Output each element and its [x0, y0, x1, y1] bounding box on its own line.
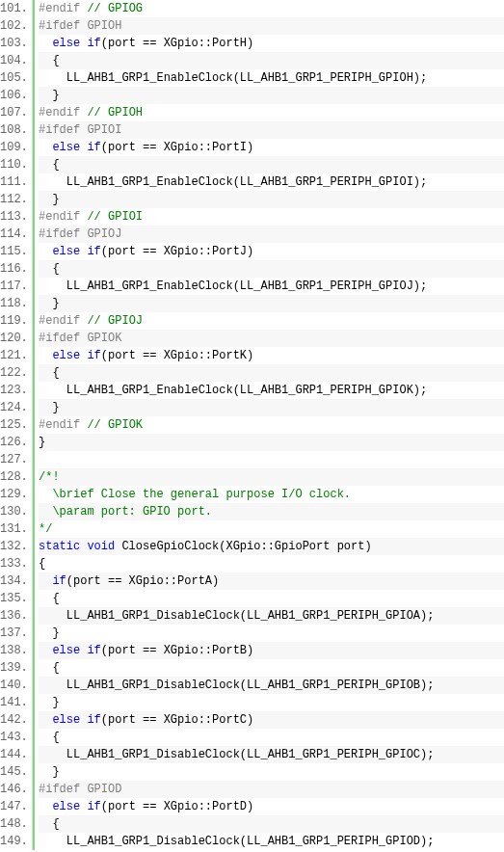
indent [39, 399, 52, 416]
code-line[interactable]: if(port == XGpio::PortA) [39, 572, 504, 590]
code-line[interactable]: else if(port == XGpio::PortJ) [39, 243, 504, 260]
code-token: else if [52, 139, 100, 156]
code-token: else if [52, 711, 100, 729]
code-token [80, 312, 87, 330]
line-number: 105. [0, 69, 26, 87]
code-token: LL_AHB1_GRP1_EnableClock(LL_AHB1_GRP1_PE… [66, 278, 427, 295]
line-number: 120. [0, 330, 26, 347]
code-token: (port == XGpio::PortJ) [101, 243, 253, 260]
code-line[interactable]: { [39, 590, 504, 607]
code-token: GPIOH [80, 17, 121, 35]
code-line[interactable]: { [39, 555, 504, 572]
line-number: 118. [0, 295, 26, 312]
code-line[interactable]: #ifdef GPIOH [39, 17, 504, 35]
code-line[interactable]: LL_AHB1_GRP1_EnableClock(LL_AHB1_GRP1_PE… [39, 382, 504, 399]
code-line[interactable]: else if(port == XGpio::PortH) [39, 35, 504, 52]
code-token: else if [52, 347, 100, 364]
code-token: #ifdef [39, 121, 80, 139]
code-line[interactable]: else if(port == XGpio::PortD) [39, 798, 504, 815]
line-number: 115. [0, 243, 26, 260]
indent [39, 694, 52, 711]
code-line[interactable]: LL_AHB1_GRP1_EnableClock(LL_AHB1_GRP1_PE… [39, 69, 504, 87]
code-line[interactable] [39, 451, 504, 468]
code-token: #ifdef [39, 226, 80, 243]
code-token: else if [52, 35, 100, 52]
line-number: 119. [0, 312, 26, 330]
line-number: 146. [0, 781, 26, 798]
line-number: 138. [0, 642, 26, 659]
line-number: 128. [0, 468, 26, 486]
line-number: 117. [0, 278, 26, 295]
code-line[interactable]: #ifdef GPIOD [39, 781, 504, 798]
code-token: else if [52, 798, 100, 815]
code-line[interactable]: */ [39, 520, 504, 538]
line-number: 125. [0, 416, 26, 434]
code-line[interactable]: #ifdef GPIOJ [39, 226, 504, 243]
code-token: // GPIOJ [87, 312, 143, 330]
code-line[interactable]: else if(port == XGpio::PortK) [39, 347, 504, 364]
code-line[interactable]: { [39, 156, 504, 173]
code-line[interactable]: { [39, 364, 504, 382]
indent [39, 763, 52, 781]
code-line[interactable]: } [39, 763, 504, 781]
indent [39, 677, 66, 694]
code-line[interactable]: LL_AHB1_GRP1_EnableClock(LL_AHB1_GRP1_PE… [39, 173, 504, 191]
line-number: 122. [0, 364, 26, 382]
code-line[interactable]: } [39, 694, 504, 711]
indent [39, 798, 52, 815]
code-line[interactable]: { [39, 729, 504, 746]
code-token: } [52, 763, 59, 781]
code-line[interactable]: \brief Close the general purpose I/O clo… [39, 486, 504, 503]
line-number: 109. [0, 139, 26, 156]
code-line[interactable]: { [39, 659, 504, 677]
code-line[interactable]: } [39, 399, 504, 416]
code-line[interactable]: #endif // GPIOK [39, 416, 504, 434]
code-token: LL_AHB1_GRP1_DisableClock(LL_AHB1_GRP1_P… [66, 607, 435, 625]
code-line[interactable]: } [39, 625, 504, 642]
code-line[interactable]: LL_AHB1_GRP1_EnableClock(LL_AHB1_GRP1_PE… [39, 278, 504, 295]
code-token: /*! [39, 468, 60, 486]
indent [39, 364, 52, 382]
code-line[interactable]: static void CloseGpioClock(XGpio::GpioPo… [39, 538, 504, 555]
code-token: // GPIOI [87, 208, 143, 226]
code-line[interactable]: else if(port == XGpio::PortI) [39, 139, 504, 156]
line-number: 137. [0, 625, 26, 642]
line-number: 116. [0, 260, 26, 278]
code-line[interactable]: LL_AHB1_GRP1_DisableClock(LL_AHB1_GRP1_P… [39, 833, 504, 850]
code-area[interactable]: #endif // GPIOG#ifdef GPIOH else if(port… [35, 0, 504, 850]
code-token: (port == XGpio::PortD) [101, 798, 253, 815]
code-line[interactable]: #endif // GPIOJ [39, 312, 504, 330]
code-line[interactable]: { [39, 815, 504, 833]
code-line[interactable]: #endif // GPIOH [39, 104, 504, 121]
code-line[interactable]: LL_AHB1_GRP1_DisableClock(LL_AHB1_GRP1_P… [39, 607, 504, 625]
indent [39, 642, 52, 659]
line-number: 149. [0, 833, 26, 850]
code-line[interactable]: else if(port == XGpio::PortC) [39, 711, 504, 729]
code-line[interactable]: #endif // GPIOG [39, 0, 504, 17]
code-line[interactable]: #endif // GPIOI [39, 208, 504, 226]
indent [39, 69, 66, 87]
line-number: 127. [0, 451, 26, 468]
code-line[interactable]: { [39, 260, 504, 278]
code-line[interactable]: { [39, 52, 504, 69]
code-line[interactable]: else if(port == XGpio::PortB) [39, 642, 504, 659]
line-number: 136. [0, 607, 26, 625]
code-token: // GPIOG [87, 0, 143, 17]
code-line[interactable]: } [39, 295, 504, 312]
line-number: 133. [0, 555, 26, 572]
code-token: */ [39, 520, 52, 538]
code-line[interactable]: } [39, 434, 504, 451]
code-token: (port == XGpio::PortC) [101, 711, 253, 729]
code-line[interactable]: /*! [39, 468, 504, 486]
code-line[interactable]: LL_AHB1_GRP1_DisableClock(LL_AHB1_GRP1_P… [39, 677, 504, 694]
code-line[interactable]: } [39, 87, 504, 104]
code-token: LL_AHB1_GRP1_DisableClock(LL_AHB1_GRP1_P… [66, 833, 435, 850]
code-line[interactable]: LL_AHB1_GRP1_DisableClock(LL_AHB1_GRP1_P… [39, 746, 504, 763]
code-line[interactable]: #ifdef GPIOI [39, 121, 504, 139]
line-number: 135. [0, 590, 26, 607]
code-line[interactable]: #ifdef GPIOK [39, 330, 504, 347]
code-line[interactable]: \param port: GPIO port. [39, 503, 504, 520]
line-number: 129. [0, 486, 26, 503]
code-token: else if [52, 642, 100, 659]
code-line[interactable]: } [39, 191, 504, 208]
